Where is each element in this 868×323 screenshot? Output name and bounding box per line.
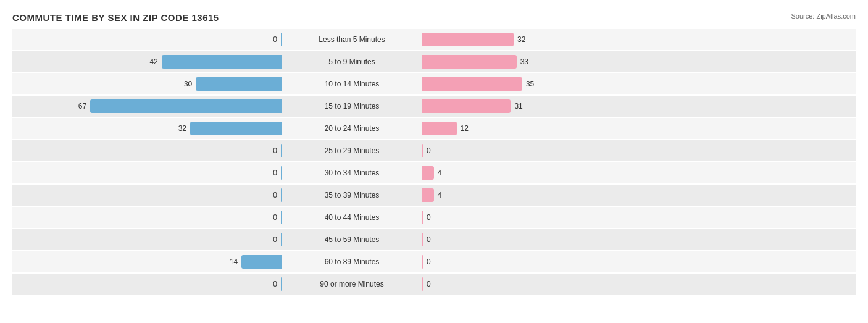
male-value: 67 — [78, 102, 86, 111]
table-row: 30 10 to 14 Minutes 35 — [12, 73, 856, 94]
female-bar — [422, 233, 423, 246]
female-bar — [422, 277, 423, 291]
male-bar — [196, 77, 282, 91]
male-side: 14 — [12, 255, 284, 269]
table-row: 0 45 to 59 Minutes 0 — [12, 229, 856, 250]
female-bar — [422, 77, 522, 91]
row-label: 5 to 9 Minutes — [284, 57, 420, 66]
table-row: 0 25 to 29 Minutes 0 — [12, 140, 856, 161]
chart-container: COMMUTE TIME BY SEX IN ZIP CODE 13615 So… — [0, 0, 868, 323]
male-value: 30 — [184, 80, 192, 88]
male-side: 30 — [12, 77, 284, 91]
male-bar — [281, 144, 282, 157]
row-label: 90 or more Minutes — [284, 280, 420, 288]
female-side: 32 — [420, 33, 691, 46]
row-label: 45 to 59 Minutes — [284, 235, 420, 244]
female-bar — [422, 166, 434, 180]
female-value: 0 — [427, 235, 431, 244]
male-bar — [90, 99, 282, 113]
male-side: 67 — [12, 99, 284, 113]
male-value: 0 — [273, 213, 277, 222]
female-value: 0 — [427, 146, 431, 155]
male-bar — [190, 122, 282, 135]
female-side: 0 — [420, 255, 691, 269]
male-side: 0 — [12, 211, 284, 224]
male-bar — [241, 255, 282, 269]
male-value: 0 — [273, 35, 277, 44]
female-value: 32 — [517, 35, 525, 44]
row-label: 35 to 39 Minutes — [284, 191, 420, 199]
male-bar — [281, 188, 282, 202]
male-side: 0 — [12, 233, 284, 246]
female-side: 0 — [420, 233, 691, 246]
row-label: 25 to 29 Minutes — [284, 146, 420, 155]
female-value: 0 — [427, 258, 431, 266]
female-side: 12 — [420, 122, 691, 135]
table-row: 0 30 to 34 Minutes 4 — [12, 162, 856, 183]
row-label: Less than 5 Minutes — [284, 35, 420, 44]
male-side: 0 — [12, 188, 284, 202]
chart-area: 0 Less than 5 Minutes 32 42 5 to 9 Minut… — [12, 29, 856, 272]
female-bar — [422, 99, 511, 113]
female-side: 4 — [420, 188, 691, 202]
female-bar — [422, 33, 514, 46]
row-label: 40 to 44 Minutes — [284, 213, 420, 222]
female-bar — [422, 122, 457, 135]
male-bar — [281, 211, 282, 224]
female-value: 0 — [427, 213, 431, 222]
table-row: 67 15 to 19 Minutes 31 — [12, 96, 856, 117]
male-bar — [281, 33, 282, 46]
table-row: 14 60 to 89 Minutes 0 — [12, 251, 856, 272]
male-bar — [281, 233, 282, 246]
row-label: 10 to 14 Minutes — [284, 80, 420, 88]
row-label: 15 to 19 Minutes — [284, 102, 420, 111]
table-row: 0 Less than 5 Minutes 32 — [12, 29, 856, 50]
female-side: 31 — [420, 99, 691, 113]
male-bar — [281, 166, 282, 180]
female-value: 0 — [427, 280, 431, 288]
male-value: 0 — [273, 146, 277, 155]
male-value: 0 — [273, 235, 277, 244]
female-side: 35 — [420, 77, 691, 91]
table-row: 32 20 to 24 Minutes 12 — [12, 118, 856, 139]
female-bar — [422, 188, 434, 202]
male-side: 32 — [12, 122, 284, 135]
female-value: 12 — [461, 124, 469, 133]
table-row: 0 40 to 44 Minutes 0 — [12, 207, 856, 228]
female-value: 31 — [514, 102, 522, 111]
female-side: 33 — [420, 55, 691, 69]
male-value: 0 — [273, 169, 277, 177]
male-side: 42 — [12, 55, 284, 69]
source-label: Source: ZipAtlas.com — [791, 12, 856, 20]
female-value: 4 — [438, 169, 442, 177]
female-value: 4 — [438, 191, 442, 199]
female-side: 4 — [420, 166, 691, 180]
row-label: 60 to 89 Minutes — [284, 258, 420, 266]
male-value: 0 — [273, 280, 277, 288]
male-bar — [281, 277, 282, 291]
male-value: 14 — [230, 258, 238, 266]
male-side: 0 — [12, 33, 284, 46]
male-value: 0 — [273, 191, 277, 199]
female-bar — [422, 55, 517, 69]
male-value: 32 — [178, 124, 186, 133]
table-row: 0 35 to 39 Minutes 4 — [12, 185, 856, 206]
female-value: 33 — [520, 57, 528, 66]
female-side: 0 — [420, 277, 691, 291]
male-bar — [162, 55, 282, 69]
male-side: 0 — [12, 277, 284, 291]
row-label: 20 to 24 Minutes — [284, 124, 420, 133]
male-side: 0 — [12, 144, 284, 157]
male-side: 0 — [12, 166, 284, 180]
row-label: 30 to 34 Minutes — [284, 169, 420, 177]
female-side: 0 — [420, 211, 691, 224]
table-row: 42 5 to 9 Minutes 33 — [12, 51, 856, 72]
female-bar — [422, 255, 423, 269]
female-value: 35 — [526, 80, 534, 88]
female-bar — [422, 211, 423, 224]
table-row: 0 90 or more Minutes 0 — [12, 274, 856, 295]
male-value: 42 — [149, 57, 157, 66]
female-bar — [422, 144, 423, 157]
female-side: 0 — [420, 144, 691, 157]
chart-title: COMMUTE TIME BY SEX IN ZIP CODE 13615 — [12, 12, 856, 23]
